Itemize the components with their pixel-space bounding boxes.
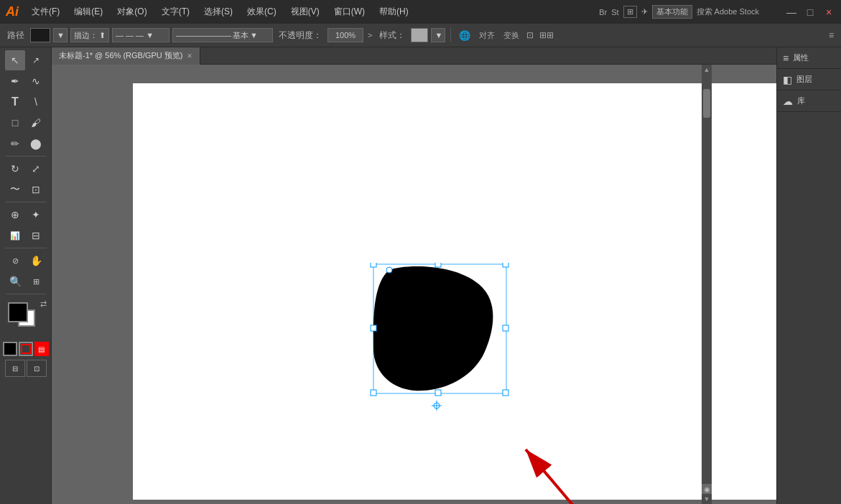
tool-separator-1 — [5, 156, 47, 157]
tool-row-3: T \ — [5, 92, 46, 112]
zoom-tool[interactable]: 🔍 — [5, 271, 25, 291]
more-options-icon[interactable]: ⊞⊞ — [538, 30, 555, 40]
libraries-label: 库 — [797, 95, 805, 106]
swap-colors-icon[interactable]: ⇄ — [40, 299, 47, 309]
column-graph-tool[interactable]: 📊 — [5, 225, 25, 246]
tool-row-7: 〜 ⊡ — [5, 179, 46, 200]
properties-icon: ≡ — [783, 52, 789, 64]
scroll-thumb[interactable] — [703, 89, 710, 118]
restore-button[interactable]: □ — [804, 6, 817, 19]
arrange-button[interactable]: ✈ — [641, 7, 648, 17]
vertical-scrollbar[interactable]: ▲ ◉ ▼ — [702, 65, 712, 504]
toolbox: ↖ ↗ ✒ ∿ T \ □ 🖌 ✏ ⬤ ↻ ⤢ 〜 ⊡ ⊕ — [0, 47, 52, 504]
minimize-button[interactable]: — — [785, 6, 798, 19]
warp-tool[interactable]: 〜 — [5, 179, 25, 200]
transform-icon[interactable]: ⊡ — [525, 30, 535, 40]
bridge-button[interactable]: Br — [599, 8, 607, 17]
transform-button[interactable]: 变换 — [501, 30, 522, 41]
shape-builder-tool[interactable]: ⊕ — [5, 205, 25, 225]
menu-select[interactable]: 选择(S) — [200, 3, 237, 21]
layers-panel-tab[interactable]: ◧ 图层 — [777, 69, 841, 90]
free-transform-tool[interactable]: ⊡ — [26, 179, 46, 200]
tool-row-1: ↖ ↗ — [5, 50, 46, 70]
search-stock-field[interactable]: 搜索 Adobe Stock — [697, 6, 759, 17]
canvas-area[interactable]: 未标题-1* @ 56% (RGB/GPU 预览) × — [52, 47, 776, 504]
style-swatch[interactable] — [411, 28, 428, 42]
change-screen-mode[interactable]: ⊡ — [27, 360, 47, 377]
tool-row-9: 📊 ⊟ — [5, 225, 46, 246]
svg-line-14 — [526, 449, 605, 504]
globe-icon[interactable]: 🌐 — [456, 30, 473, 41]
red-arrow-annotation — [511, 435, 619, 504]
scroll-middle-button[interactable]: ◉ — [702, 484, 712, 494]
opacity-input[interactable] — [327, 28, 363, 42]
pen-tool[interactable]: ✒ — [5, 71, 25, 91]
fill-box[interactable] — [3, 342, 17, 356]
menu-type[interactable]: 文字(T) — [157, 3, 194, 21]
hand-tool[interactable]: ✋ — [26, 251, 46, 271]
stroke-area[interactable]: 描边： ⬆ — [70, 28, 109, 42]
type-tool[interactable]: T — [5, 92, 25, 112]
workspace-layout-button[interactable]: ⊞ — [623, 6, 637, 18]
menu-edit[interactable]: 编辑(E) — [70, 3, 107, 21]
style-label: 样式： — [376, 29, 408, 42]
extra-tool[interactable]: ⊞ — [26, 271, 46, 291]
properties-panel-tab[interactable]: ≡ 属性 — [777, 47, 841, 69]
panels-toggle[interactable]: ≡ — [826, 30, 837, 40]
close-document-tab[interactable]: × — [187, 51, 192, 61]
pencil-tool[interactable]: ✏ — [5, 134, 25, 154]
close-button[interactable]: × — [822, 6, 835, 19]
curvature-tool[interactable]: ∿ — [26, 71, 46, 91]
menu-view[interactable]: 视图(V) — [287, 3, 324, 21]
workspace-dropdown[interactable]: 基本功能 — [652, 5, 692, 19]
opacity-expand[interactable]: > — [366, 31, 373, 39]
tool-separator-2 — [5, 202, 47, 202]
scale-tool[interactable]: ⤢ — [26, 159, 46, 179]
properties-label: 属性 — [793, 52, 809, 63]
libraries-panel-tab[interactable]: ☁ 库 — [777, 90, 841, 112]
stroke-options[interactable]: — — — ▼ — [112, 28, 169, 42]
screen-mode-button[interactable]: ⊟ — [5, 360, 25, 377]
brush-size[interactable]: ——————— 基本 ▼ — [172, 28, 273, 42]
selection-tool[interactable]: ↖ — [5, 50, 25, 70]
stock-button[interactable]: St — [611, 8, 618, 17]
align-button[interactable]: 对齐 — [476, 30, 498, 41]
stroke-box[interactable] — [19, 342, 33, 356]
tab-bar: 未标题-1* @ 56% (RGB/GPU 预览) × — [52, 47, 776, 65]
layers-label: 图层 — [796, 74, 812, 85]
rotate-tool[interactable]: ↻ — [5, 159, 25, 179]
tool-row-5: ✏ ⬤ — [5, 134, 46, 154]
stroke-label: 描边： — [74, 30, 98, 41]
style-dropdown[interactable]: ▼ — [431, 28, 445, 42]
menu-window[interactable]: 窗口(W) — [330, 3, 369, 21]
menu-help[interactable]: 帮助(H) — [375, 3, 413, 21]
rectangle-tool[interactable]: □ — [5, 113, 25, 133]
menu-file[interactable]: 文件(F) — [27, 3, 64, 21]
artboard-tool[interactable]: ⊟ — [26, 225, 46, 246]
scroll-down-button[interactable]: ▼ — [702, 494, 712, 504]
paintbrush-tool[interactable]: 🖌 — [26, 113, 46, 133]
svg-rect-5 — [503, 390, 508, 396]
svg-rect-4 — [371, 390, 376, 396]
tool-row-2: ✒ ∿ — [5, 71, 46, 91]
fill-swatch[interactable] — [30, 28, 50, 42]
scroll-up-button[interactable]: ▲ — [702, 65, 712, 75]
fill-dropdown[interactable]: ▼ — [53, 28, 68, 42]
registration-point — [432, 401, 442, 413]
stroke-up-icon: ⬆ — [99, 31, 106, 40]
gradient-box[interactable]: ▤ — [34, 342, 49, 356]
tool-separator-4 — [5, 294, 47, 294]
blob-shape — [368, 263, 511, 421]
svg-rect-9 — [503, 325, 508, 331]
direct-selection-tool[interactable]: ↗ — [26, 50, 46, 70]
blob-brush-tool[interactable]: ⬤ — [26, 134, 46, 154]
document-tab[interactable]: 未标题-1* @ 56% (RGB/GPU 预览) × — [52, 47, 200, 65]
line-segment-tool[interactable]: \ — [26, 92, 46, 112]
symbol-sprayer-tool[interactable]: ✦ — [26, 205, 46, 225]
menu-effect[interactable]: 效果(C) — [243, 3, 281, 21]
path-label: 路径 — [4, 29, 27, 42]
tool-row-10: ⊘ ✋ — [5, 251, 46, 271]
menu-object[interactable]: 对象(O) — [113, 3, 151, 21]
slice-tool[interactable]: ⊘ — [5, 251, 25, 271]
foreground-color-swatch[interactable] — [8, 302, 28, 322]
